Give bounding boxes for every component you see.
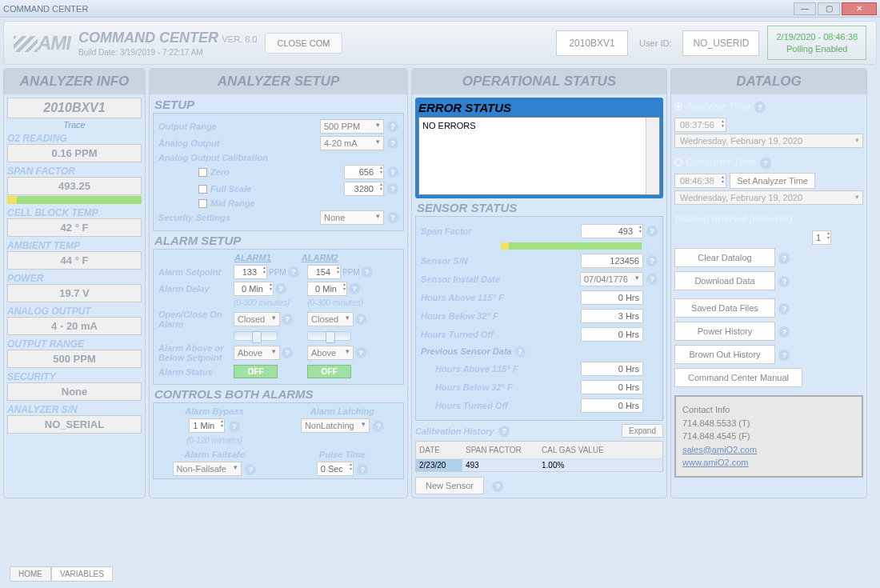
zero-checkbox[interactable] [198,168,207,177]
set-analyzer-time-button[interactable]: Set Analyzer Time [730,173,815,189]
alarm1-slider[interactable] [234,331,278,341]
alarm1-above-below[interactable]: Above [234,346,280,360]
help-icon[interactable]: ? [387,212,398,223]
span-factor-label: SPAN FACTOR [7,166,142,177]
maximize-button[interactable]: ▢ [818,2,840,15]
alarm2-slider[interactable] [307,331,351,341]
analyzer-setup-tab: ANALYZER SETUP [150,69,407,94]
help-icon[interactable]: ? [754,102,766,113]
alarm1-delay[interactable]: 0 Min [234,282,274,296]
operational-status-panel: OPERATIONAL STATUS ERROR STATUS NO ERROR… [411,68,667,498]
contact-info: Contact Info 714.848.5533 (T) 714.848.45… [674,395,863,478]
help-icon[interactable]: ? [498,426,510,437]
help-icon[interactable]: ? [778,303,790,314]
analyzer-info-tab: ANALYZER INFO [4,69,145,94]
close-com-button[interactable]: CLOSE COM [265,33,342,54]
help-icon[interactable]: ? [355,347,366,358]
help-icon[interactable]: ? [778,253,790,264]
help-icon[interactable]: ? [282,314,293,325]
hours-off: 0 Hrs [581,327,643,342]
expand-button[interactable]: Expand [622,424,663,438]
manual-button[interactable]: Command Center Manual [674,368,802,387]
help-icon[interactable]: ? [492,481,503,492]
analyzer-setup-panel: ANALYZER SETUP SETUP Output Range500 PPM… [149,68,408,498]
security-combo[interactable]: None [320,210,384,225]
help-icon[interactable]: ? [362,266,373,278]
zero-spinner[interactable]: 656 [344,165,384,179]
close-button[interactable]: ✕ [842,2,877,15]
help-icon[interactable]: ? [387,183,398,194]
analog-output-combo[interactable]: 4-20 mA [320,136,384,150]
help-icon[interactable]: ? [355,314,366,325]
analyzer-id-box: 2010BXV1 [556,30,628,56]
help-icon[interactable]: ? [373,421,384,432]
analyzer-time[interactable]: 08:37:56 [674,118,726,132]
output-range-combo[interactable]: 500 PPM [320,119,384,134]
help-icon[interactable]: ? [229,421,240,432]
midrange-checkbox[interactable] [198,199,207,208]
failsafe-combo[interactable]: Non-Failsafe [173,462,242,476]
clear-datalog-button[interactable]: Clear Datalog [674,248,775,267]
computer-time-radio[interactable] [674,158,682,166]
latching-combo[interactable]: NonLatching [301,418,370,433]
install-date[interactable]: 07/04/1776 [580,272,643,286]
help-icon[interactable]: ? [778,350,790,361]
alarm2-openclose[interactable]: Closed [307,312,354,326]
sensor-span[interactable]: 493 [581,224,643,238]
help-icon[interactable]: ? [282,347,293,358]
help-icon[interactable]: ? [778,276,790,287]
alarm2-setpoint[interactable]: 154 [307,265,341,279]
analog-output-value: 4 - 20 mA [7,317,142,335]
fullscale-checkbox[interactable] [198,185,207,194]
analyzer-name: 2010BXV1 [7,98,142,118]
brownout-history-button[interactable]: Brown Out History [674,345,775,364]
help-icon[interactable]: ? [387,166,398,178]
new-sensor-button[interactable]: New Sensor [415,477,484,494]
saved-files-button[interactable]: Saved Data Files [674,298,775,318]
table-row[interactable]: 2/23/204931.00% [416,459,662,471]
help-icon[interactable]: ? [245,464,256,475]
website-link[interactable]: www.amiO2.com [682,456,855,470]
alarm2-delay[interactable]: 0 Min [307,282,347,296]
help-icon[interactable]: ? [646,274,658,285]
output-range-value: 500 PPM [7,350,142,368]
alarm1-setمهsetpoint[interactable]: 133 [234,265,267,279]
bottom-tabs: HOME VARIABLES [10,566,113,582]
download-data-button[interactable]: Download Data [674,271,775,290]
help-icon[interactable]: ? [349,283,360,294]
alarm2-above-below[interactable]: Above [307,346,354,360]
help-icon[interactable]: ? [275,283,286,294]
analyzer-subtype: Trace [7,120,142,130]
fullscale-spinner[interactable]: 3280 [344,182,384,196]
bypass-spinner[interactable]: 1 Min [189,418,225,433]
analyzer-time-radio[interactable] [674,102,682,110]
power-history-button[interactable]: Power History [674,322,775,341]
help-icon[interactable]: ? [646,226,658,237]
help-icon[interactable]: ? [778,326,790,338]
help-icon[interactable]: ? [387,121,398,132]
calibration-table: DATESPAN FACTORCAL GAS VALUE 2/23/204931… [415,441,663,472]
hours-above-115: 0 Hrs [581,290,643,305]
sensor-sn[interactable]: 123456 [581,254,643,268]
tab-home[interactable]: HOME [10,566,51,582]
output-range-label: OUTPUT RANGE [7,338,142,350]
sensor-status-title: SENSOR STATUS [417,201,663,214]
window-titlebar: COMMAND CENTER — ▢ ✕ [0,0,880,18]
app-version: VER. 8.0 [222,34,257,44]
pulse-spinner[interactable]: 0 Sec [317,462,354,476]
help-icon[interactable]: ? [288,266,299,278]
help-icon[interactable]: ? [646,255,658,266]
tab-variables[interactable]: VARIABLES [51,566,113,582]
help-icon[interactable]: ? [387,138,398,149]
help-icon[interactable]: ? [514,346,526,358]
minimize-button[interactable]: — [794,2,816,15]
error-status-content[interactable]: NO ERRORS [418,117,660,195]
email-link[interactable]: sales@amiO2.com [682,443,855,457]
help-icon[interactable]: ? [357,464,368,475]
analyzer-date[interactable]: Wednesday, February 19, 2020 [674,134,863,148]
computer-date[interactable]: Wednesday, February 19, 2020 [674,190,863,205]
help-icon[interactable]: ? [760,158,771,169]
interval-spinner[interactable]: 1 [812,230,831,245]
alarm1-openclose[interactable]: Closed [234,312,280,326]
computer-time[interactable]: 08:46:38 [674,174,726,188]
